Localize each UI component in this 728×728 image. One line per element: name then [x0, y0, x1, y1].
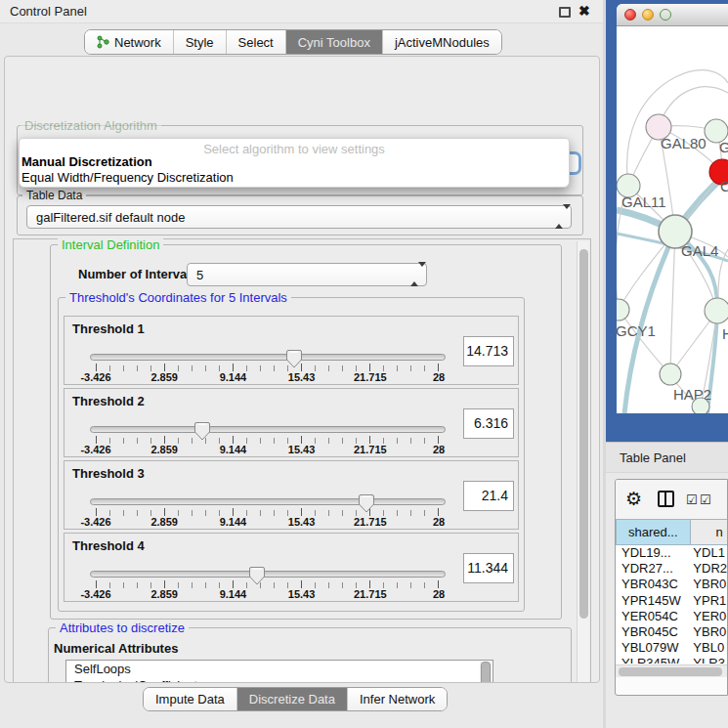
combo-stepper-icon[interactable] [410, 267, 419, 281]
tab-select[interactable]: Select [227, 30, 286, 54]
cell-name[interactable]: YBR0 [691, 624, 728, 640]
cell-shared-name[interactable]: YDL19... [616, 545, 691, 561]
tab-infer-network[interactable]: Infer Network [348, 688, 447, 710]
tab-style[interactable]: Style [174, 30, 227, 54]
slider-tick-label: 21.715 [354, 516, 387, 528]
threshold-slider[interactable]: -3.4262.8599.14415.4321.71528 [96, 389, 439, 458]
slider-tick-label: 21.715 [354, 371, 387, 383]
scrollbar-thumb[interactable] [579, 249, 588, 619]
cell-shared-name[interactable]: YPR145W [616, 593, 691, 609]
slider-tick-label: 28 [433, 588, 445, 600]
discretization-algorithm-group-title: Discretization Algorithm [21, 118, 161, 133]
slider-tick-label: 21.715 [354, 588, 387, 600]
cell-name[interactable]: YPR1 [691, 593, 728, 609]
tab-discretize-data[interactable]: Discretize Data [237, 688, 348, 710]
combo-stepper-icon[interactable] [555, 209, 564, 224]
network-node-h[interactable] [705, 298, 728, 323]
threshold-value-field[interactable]: 11.344 [463, 553, 514, 583]
cell-shared-name[interactable]: YBR043C [616, 577, 691, 592]
slider-tick-label: -3.426 [80, 516, 110, 528]
cell-shared-name[interactable]: YBR045C [616, 624, 691, 640]
slider-handle[interactable] [249, 566, 265, 585]
close-panel-icon[interactable]: ✖ [578, 3, 590, 19]
table-row[interactable]: YBR045CYBR0 [616, 624, 728, 640]
slider-track[interactable] [90, 354, 446, 361]
table-row[interactable]: YDL19...YDL1 [616, 545, 728, 561]
slider-handle[interactable] [286, 349, 302, 368]
attributes-scrollbar[interactable] [480, 662, 492, 683]
table-data-selected-value: galFiltered.sif default node [36, 210, 185, 225]
close-light-red[interactable] [624, 9, 636, 21]
attribute-items: SelfLoopsTopologicalCoefficientBetweenne… [66, 661, 492, 683]
network-node-label: GA [719, 139, 728, 155]
checkbox-checked-icon[interactable]: ☑ [700, 492, 711, 507]
threshold-slider[interactable]: -3.4262.8599.14415.4321.71528 [96, 461, 439, 531]
network-node-gcy1[interactable] [617, 299, 629, 321]
table-row[interactable]: YBL079WYBL0 [616, 640, 728, 656]
network-icon [97, 35, 109, 49]
threshold-value-field[interactable]: 21.4 [463, 481, 514, 511]
gear-icon[interactable]: ⚙ [625, 488, 642, 510]
cell-shared-name[interactable]: YDR27... [616, 561, 691, 577]
cell-name[interactable]: YBR0 [691, 577, 728, 592]
cyni-toolbox-panel: Discretization Algorithm Select algorith… [4, 56, 600, 683]
cell-name[interactable]: YLR3 [691, 656, 728, 664]
column-header-shared-name[interactable]: shared... [616, 519, 691, 545]
cell-shared-name[interactable]: YLR345W [616, 656, 691, 664]
attribute-item-topologicalcoefficient[interactable]: TopologicalCoefficient [66, 677, 492, 683]
tab-jactivemnodules[interactable]: jActiveMNodules [383, 30, 501, 54]
checkbox-checked-icon[interactable]: ☑ [686, 492, 698, 507]
numerical-attributes-list[interactable]: SelfLoopsTopologicalCoefficientBetweenne… [65, 660, 493, 683]
control-panel-titlebar: Control Panel ✖ [0, 0, 606, 23]
slider-handle[interactable] [194, 421, 210, 441]
table-horizontal-scrollbar[interactable] [616, 664, 728, 677]
table-row[interactable]: YBR043CYBR0 [616, 577, 728, 592]
scrollbar-thumb[interactable] [619, 667, 722, 676]
float-panel-icon[interactable] [559, 7, 571, 18]
threshold-slider[interactable]: -3.4262.8599.14415.4321.71528 [96, 534, 439, 603]
cell-shared-name[interactable]: YER054C [616, 609, 691, 624]
threshold-value-field[interactable]: 6.316 [463, 408, 514, 439]
slider-tick-label: 9.144 [220, 516, 247, 528]
attribute-item-selfloops[interactable]: SelfLoops [66, 661, 492, 677]
tab-label: Cyni Toolbox [298, 35, 370, 50]
slider-handle[interactable] [359, 493, 374, 513]
algorithm-option-manual-discretization[interactable]: Manual Discretization [21, 154, 152, 169]
split-view-icon[interactable] [658, 491, 674, 507]
network-node-hap2[interactable] [660, 364, 681, 385]
table-row[interactable]: YER054CYER0 [616, 609, 728, 624]
slider-track[interactable] [90, 571, 446, 578]
scrollbar-thumb[interactable] [481, 662, 491, 683]
slider-track[interactable] [90, 426, 446, 433]
network-window[interactable]: GAL80GACGAL11GAL4GCY1HHAP2 [617, 4, 728, 413]
slider-major-ticks [96, 508, 439, 516]
tab-label: Network [114, 35, 161, 50]
column-header-name[interactable]: n [691, 519, 728, 545]
slider-tick-label: 15.43 [288, 516, 316, 528]
table-row[interactable]: YLR345WYLR3 [616, 656, 728, 664]
network-canvas[interactable]: GAL80GACGAL11GAL4GCY1HHAP2 [617, 26, 728, 413]
cell-name[interactable]: YBL0 [691, 640, 728, 656]
algorithm-option-equal-width-frequency-discretization[interactable]: Equal Width/Frequency Discretization [21, 170, 234, 185]
minimize-light-yellow[interactable] [642, 9, 654, 21]
slider-track[interactable] [90, 498, 446, 505]
tab-impute-data[interactable]: Impute Data [144, 688, 237, 710]
interval-definition-group-title: Interval Definition [58, 237, 163, 252]
tab-cyni-toolbox[interactable]: Cyni Toolbox [286, 30, 383, 54]
threshold-slider[interactable]: -3.4262.8599.14415.4321.71528 [96, 317, 439, 386]
slider-tick-label: 2.859 [150, 444, 178, 455]
cell-shared-name[interactable]: YBL079W [616, 640, 691, 656]
table-row[interactable]: YPR145WYPR1 [616, 593, 728, 609]
slider-tick-label: 2.859 [150, 371, 178, 383]
threshold-value-field[interactable]: 14.713 [463, 336, 514, 366]
settings-vertical-scrollbar[interactable] [577, 241, 589, 683]
cell-name[interactable]: YER0 [691, 609, 728, 624]
network-node[interactable] [692, 398, 709, 413]
tab-network[interactable]: Network [85, 30, 174, 54]
number-of-intervals-select[interactable]: 5 [187, 263, 427, 286]
cell-name[interactable]: YDL1 [691, 545, 728, 561]
cell-name[interactable]: YDR2 [691, 561, 728, 577]
table-data-select[interactable]: galFiltered.sif default node [26, 205, 572, 229]
table-row[interactable]: YDR27...YDR2 [616, 561, 728, 577]
zoom-light-green[interactable] [660, 9, 671, 21]
